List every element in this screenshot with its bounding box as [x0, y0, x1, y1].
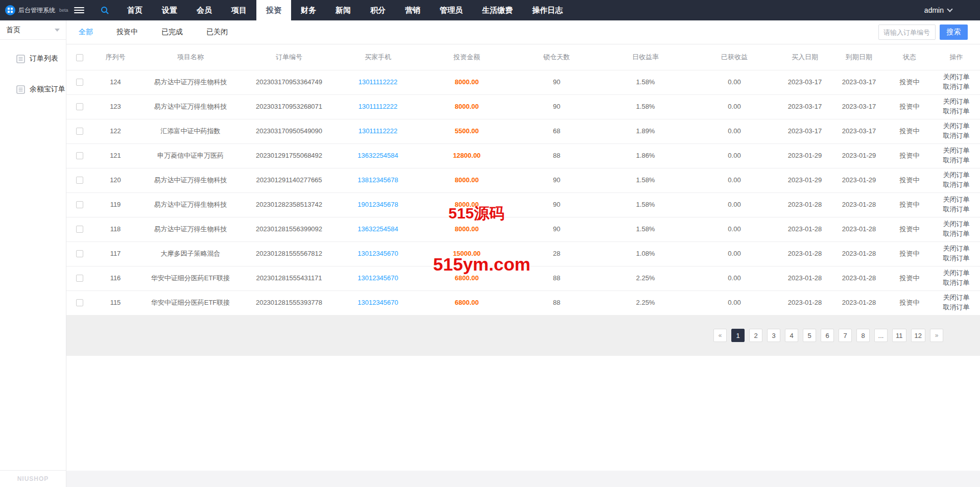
cell-earned: 0.00	[690, 192, 778, 217]
nav-item[interactable]: 新闻	[326, 0, 361, 20]
brand-name: 后台管理系统	[18, 6, 55, 15]
nav-item[interactable]: 项目	[222, 0, 256, 20]
cell-end-date: 2023-03-17	[831, 70, 887, 94]
page-button[interactable]: 5	[803, 329, 816, 342]
cell-order-no: 202303170953268071	[243, 94, 335, 119]
page-button[interactable]: 8	[856, 329, 870, 342]
user-dropdown[interactable]: admin	[924, 0, 980, 20]
close-order-link[interactable]: 关闭订单	[934, 269, 979, 278]
buyer-phone-link[interactable]: 13632254584	[357, 225, 398, 233]
nav-item[interactable]: 投资	[256, 0, 291, 20]
close-order-link[interactable]: 关闭订单	[934, 121, 979, 131]
cell-amount: 8000.00	[455, 225, 479, 233]
cancel-order-link[interactable]: 取消订单	[934, 82, 979, 92]
cell-daily-rate: 2.25%	[601, 266, 690, 290]
cancel-order-link[interactable]: 取消订单	[934, 131, 979, 141]
sidebar-item[interactable]: 余额宝订单	[0, 78, 66, 101]
row-checkbox[interactable]	[76, 103, 83, 110]
row-checkbox[interactable]	[76, 275, 83, 282]
status-tab[interactable]: 已关闭	[206, 28, 228, 37]
nav-item[interactable]: 营销	[395, 0, 430, 20]
row-checkbox[interactable]	[76, 177, 83, 184]
close-order-link[interactable]: 关闭订单	[934, 293, 979, 303]
cancel-order-link[interactable]: 取消订单	[934, 303, 979, 312]
status-tab[interactable]: 已完成	[161, 28, 183, 37]
nav-item[interactable]: 管理员	[430, 0, 472, 20]
page-button[interactable]: 1	[731, 329, 745, 342]
sidebar-group-home[interactable]: 首页	[0, 20, 66, 40]
menu-hamburger-icon[interactable]	[66, 0, 92, 20]
order-search-input[interactable]	[878, 25, 936, 40]
cell-daily-rate: 1.86%	[601, 143, 690, 168]
page-button[interactable]: 7	[839, 329, 852, 342]
search-button[interactable]: 搜索	[940, 25, 968, 40]
close-order-link[interactable]: 关闭订单	[934, 171, 979, 180]
buyer-phone-link[interactable]: 13011112222	[358, 78, 398, 86]
row-checkbox[interactable]	[76, 128, 83, 135]
nav-item[interactable]: 设置	[152, 0, 187, 20]
cell-project-name: 申万菱信中证申万医药	[138, 143, 243, 168]
close-order-link[interactable]: 关闭订单	[934, 244, 979, 254]
nav-item[interactable]: 首页	[117, 0, 152, 20]
cell-buy-date: 2023-01-28	[778, 241, 831, 266]
brand[interactable]: 后台管理系统 beta	[0, 0, 66, 20]
buyer-phone-link[interactable]: 13012345670	[357, 299, 398, 306]
row-checkbox[interactable]	[76, 250, 83, 257]
buyer-phone-link[interactable]: 13011112222	[358, 103, 398, 110]
buyer-phone-link[interactable]: 13632254584	[357, 152, 398, 159]
cell-serial: 122	[93, 119, 138, 143]
cell-lock-days: 90	[513, 94, 601, 119]
page-button[interactable]: 3	[767, 329, 780, 342]
buyer-phone-link[interactable]: 19012345678	[357, 201, 398, 208]
select-all-checkbox[interactable]	[76, 54, 83, 61]
sidebar-item[interactable]: 订单列表	[0, 47, 66, 70]
page-button[interactable]: «	[713, 329, 727, 342]
buyer-phone-link[interactable]: 13012345670	[357, 274, 398, 282]
cancel-order-link[interactable]: 取消订单	[934, 156, 979, 165]
cancel-order-link[interactable]: 取消订单	[934, 205, 979, 214]
buyer-phone-link[interactable]: 13011112222	[358, 127, 398, 135]
status-badge: 投资中	[887, 168, 933, 192]
close-order-link[interactable]: 关闭订单	[934, 195, 979, 205]
col-header: 状态	[887, 44, 933, 70]
buyer-phone-link[interactable]: 13812345678	[357, 176, 398, 184]
status-tab[interactable]: 全部	[79, 28, 93, 37]
status-tab[interactable]: 投资中	[116, 28, 138, 37]
page-button[interactable]: 6	[821, 329, 834, 342]
cancel-order-link[interactable]: 取消订单	[934, 180, 979, 190]
nav-item[interactable]: 积分	[361, 0, 395, 20]
page-button[interactable]: 12	[911, 329, 925, 342]
cancel-order-link[interactable]: 取消订单	[934, 229, 979, 239]
page-button[interactable]: ...	[874, 329, 888, 342]
close-order-link[interactable]: 关闭订单	[934, 72, 979, 82]
cell-buy-date: 2023-03-17	[778, 119, 831, 143]
nav-item[interactable]: 财务	[291, 0, 326, 20]
order-row: 115 华安中证细分医药ETF联接 202301281555393778 130…	[66, 290, 980, 315]
col-header: 锁仓天数	[513, 44, 601, 70]
username: admin	[924, 6, 944, 14]
row-checkbox[interactable]	[76, 79, 83, 86]
nav-item[interactable]: 操作日志	[522, 0, 572, 20]
cancel-order-link[interactable]: 取消订单	[934, 254, 979, 263]
cell-order-no: 202301281555393778	[243, 290, 335, 315]
cell-amount: 6800.00	[455, 299, 479, 306]
close-order-link[interactable]: 关闭订单	[934, 146, 979, 156]
cancel-order-link[interactable]: 取消订单	[934, 278, 979, 288]
row-checkbox[interactable]	[76, 152, 83, 159]
close-order-link[interactable]: 关闭订单	[934, 220, 979, 229]
buyer-phone-link[interactable]: 13012345670	[357, 250, 398, 257]
search-icon[interactable]	[92, 0, 117, 20]
page-button[interactable]: »	[930, 329, 943, 342]
cancel-order-link[interactable]: 取消订单	[934, 107, 979, 116]
page-button[interactable]: 4	[785, 329, 798, 342]
nav-item[interactable]: 生活缴费	[472, 0, 522, 20]
page-button[interactable]: 2	[749, 329, 762, 342]
row-checkbox[interactable]	[76, 299, 83, 306]
close-order-link[interactable]: 关闭订单	[934, 97, 979, 107]
cell-project-name: 大摩多因子策略混合	[138, 241, 243, 266]
page-button[interactable]: 11	[892, 329, 906, 342]
col-header: 到期日期	[831, 44, 887, 70]
row-checkbox[interactable]	[76, 201, 83, 208]
row-checkbox[interactable]	[76, 226, 83, 233]
nav-item[interactable]: 会员	[187, 0, 222, 20]
